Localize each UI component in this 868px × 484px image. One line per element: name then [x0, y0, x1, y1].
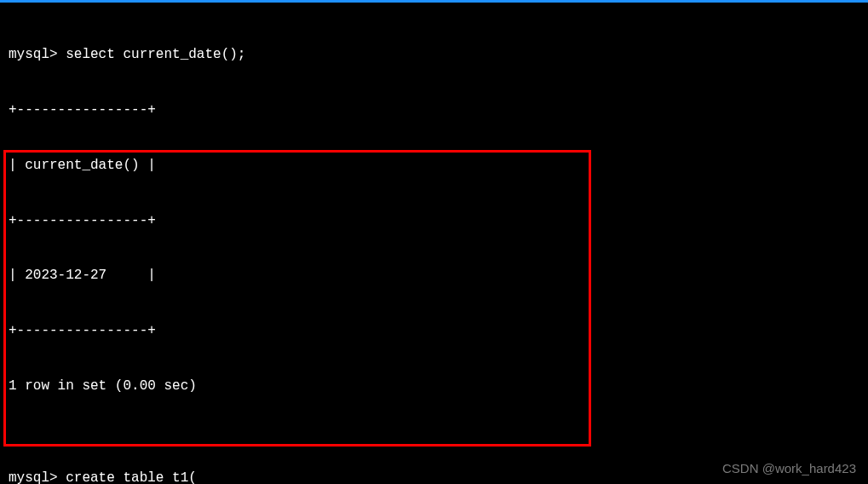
terminal-line: +----------------+	[9, 322, 859, 341]
terminal-line: +----------------+	[9, 212, 859, 231]
terminal-line: 1 row in set (0.00 sec)	[9, 377, 859, 396]
terminal-line: | 2023-12-27 |	[9, 267, 859, 285]
terminal-line: | current_date() |	[9, 157, 859, 176]
terminal-output[interactable]: mysql> select current_date(); +---------…	[0, 3, 868, 484]
terminal-line: mysql> select current_date();	[9, 46, 859, 65]
terminal-line: +----------------+	[9, 101, 859, 120]
watermark-text: CSDN @work_hard423	[722, 461, 856, 475]
